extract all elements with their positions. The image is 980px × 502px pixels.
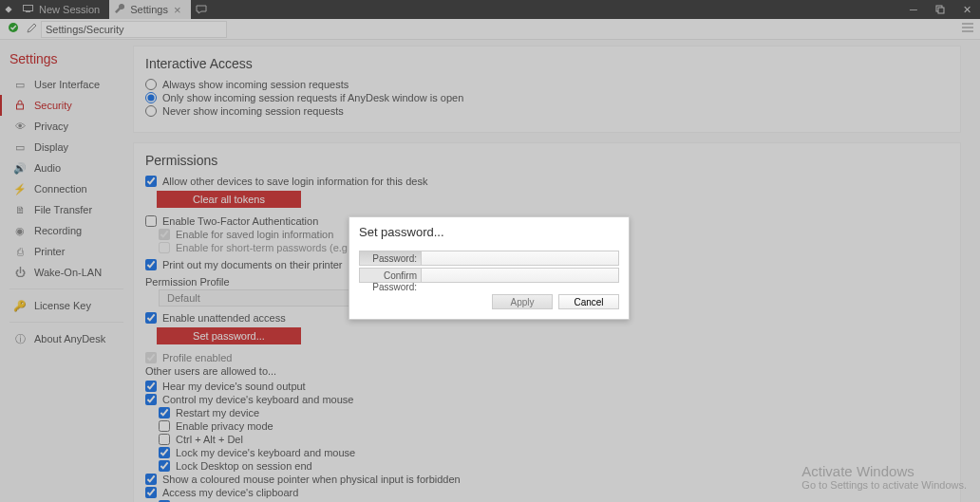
apply-button[interactable]: Apply <box>492 294 553 309</box>
confirm-password-input[interactable] <box>421 268 619 283</box>
set-password-dialog: Set password... Password: Confirm Passwo… <box>349 216 630 320</box>
cancel-button[interactable]: Cancel <box>558 294 619 309</box>
dialog-title: Set password... <box>349 217 629 243</box>
password-input[interactable] <box>421 251 619 266</box>
confirm-password-label: Confirm Password: <box>359 268 421 283</box>
password-label: Password: <box>359 251 421 266</box>
